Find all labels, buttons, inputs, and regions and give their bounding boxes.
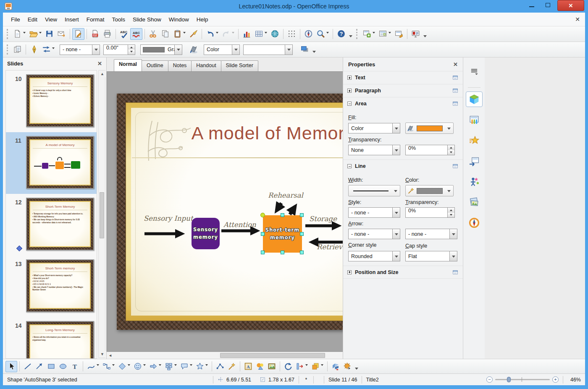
dialog-launcher-icon[interactable] <box>452 75 459 81</box>
menu-insert[interactable]: Insert <box>61 14 83 25</box>
edit-file-button[interactable] <box>72 28 84 40</box>
line-color-select[interactable]: Gray 6 <box>140 44 182 55</box>
basic-shapes-tool[interactable] <box>116 361 132 372</box>
arrow-end-select[interactable]: - none - <box>405 229 457 239</box>
toolbar-overflow-icon[interactable] <box>423 35 427 39</box>
table-button[interactable] <box>253 28 269 40</box>
slide-thumbnail-row[interactable]: 10 Sensory Memory • A literal copy is ke… <box>6 70 97 132</box>
paste-button[interactable] <box>171 28 187 40</box>
open-button[interactable] <box>27 28 43 40</box>
dialog-launcher-icon[interactable] <box>452 163 459 169</box>
menu-help[interactable]: Help <box>193 14 212 25</box>
transparency-stepper[interactable]: 0% <box>405 145 455 155</box>
pen-style-button[interactable] <box>28 44 40 55</box>
toolbar-grip[interactable] <box>356 29 358 39</box>
spin-down-icon[interactable] <box>128 50 135 55</box>
scrollbar-thumb[interactable] <box>220 353 325 358</box>
collapse-icon[interactable] <box>347 164 352 168</box>
slide-layout-button[interactable] <box>377 28 393 40</box>
text-tool[interactable] <box>69 361 81 372</box>
redo-button[interactable] <box>220 28 236 40</box>
print-button[interactable] <box>101 28 113 40</box>
expand-icon[interactable] <box>347 76 352 80</box>
hyperlink-button[interactable] <box>269 28 281 40</box>
slide-thumbnail-row[interactable]: 14 Long-Term Memory • Stores all the inf… <box>6 317 97 359</box>
spin-up-icon[interactable] <box>448 208 454 213</box>
line-transparency-stepper[interactable]: 0% <box>405 207 455 218</box>
minimize-button[interactable] <box>524 0 540 10</box>
line-style-select[interactable]: - none - <box>60 44 100 55</box>
new-slide-button[interactable] <box>361 28 377 40</box>
line-tool[interactable] <box>22 361 34 372</box>
toolbar-overflow-icon[interactable] <box>355 368 358 371</box>
stars-tool[interactable] <box>194 361 210 372</box>
sidebar-tab-animation[interactable] <box>466 174 483 189</box>
curve-tool[interactable] <box>85 361 101 372</box>
sidebar-tab-gallery[interactable] <box>466 194 483 210</box>
slides-panel-scrollbar[interactable]: ▲ ▼ <box>98 70 105 358</box>
fill-color-button[interactable] <box>405 123 454 134</box>
zoom-slider[interactable] <box>495 379 550 380</box>
spin-up-icon[interactable] <box>128 45 135 50</box>
extrusion-button[interactable] <box>330 361 341 372</box>
from-file-button[interactable] <box>266 361 278 372</box>
sidebar-menu-icon[interactable] <box>466 63 483 79</box>
scrollbar-thumb[interactable] <box>100 192 104 238</box>
combo-arrow-icon[interactable] <box>392 251 400 261</box>
shadow-button[interactable] <box>299 44 311 55</box>
slide-thumbnail-row[interactable]: 12 Short-Term Memory • Temporary storage… <box>6 194 97 256</box>
sidebar-tab-slide-transition[interactable] <box>466 153 483 169</box>
corner-style-select[interactable]: Rounded <box>348 251 400 261</box>
sidebar-tab-master-pages[interactable] <box>466 112 483 128</box>
menu-slide-show[interactable]: Slide Show <box>129 14 165 25</box>
save-button[interactable] <box>43 28 55 40</box>
autospellcheck-button[interactable] <box>130 28 142 40</box>
flowchart-tool[interactable] <box>163 361 178 372</box>
section-area[interactable]: Area <box>343 97 463 110</box>
export-pdf-button[interactable] <box>89 28 101 40</box>
ellipse-tool[interactable] <box>57 361 69 372</box>
line-width-button[interactable] <box>348 185 400 196</box>
slide-design-button[interactable] <box>393 28 405 40</box>
collapse-icon[interactable] <box>347 102 352 106</box>
rectangle-tool[interactable] <box>45 361 57 372</box>
combo-arrow-icon[interactable] <box>392 145 400 155</box>
arrange-button[interactable] <box>310 361 325 372</box>
spin-down-icon[interactable] <box>448 213 454 218</box>
menu-tools[interactable]: Tools <box>108 14 129 25</box>
arrow-start-select[interactable]: - none - <box>348 229 400 239</box>
sidebar-tab-properties[interactable] <box>466 91 483 107</box>
callouts-tool[interactable] <box>178 361 194 372</box>
menu-edit[interactable]: Edit <box>24 14 41 25</box>
slide-thumbnail-row[interactable]: 13 Short-Term memory • What's your Short… <box>6 256 97 317</box>
format-paintbrush-button[interactable] <box>187 28 200 40</box>
zoom-percent[interactable]: 46% <box>567 377 585 383</box>
chart-button[interactable] <box>241 28 253 40</box>
combo-arrow-icon[interactable] <box>449 251 457 261</box>
expand-icon[interactable] <box>347 270 352 274</box>
toolbar-grip[interactable] <box>7 29 8 39</box>
scroll-down-icon[interactable]: ▼ <box>99 351 106 358</box>
combo-arrow-icon[interactable] <box>174 45 182 55</box>
symbol-shapes-tool[interactable] <box>132 361 147 372</box>
close-button[interactable]: ✕ <box>557 0 584 11</box>
select-tool[interactable] <box>5 361 17 372</box>
new-button[interactable] <box>11 28 27 40</box>
tab-handout[interactable]: Handout <box>191 60 221 71</box>
styles-button[interactable] <box>11 44 24 55</box>
slide-template[interactable]: Title2 <box>362 374 383 385</box>
shapes-group-button[interactable] <box>254 361 266 372</box>
spin-down-icon[interactable] <box>448 150 454 155</box>
glue-points-button[interactable] <box>226 361 238 372</box>
spellcheck-button[interactable] <box>118 28 130 40</box>
zoom-in-icon[interactable]: + <box>552 376 559 383</box>
zoom-out-icon[interactable]: − <box>486 376 493 383</box>
menu-file[interactable]: File <box>7 14 24 25</box>
connector-tool[interactable] <box>101 361 116 372</box>
dialog-launcher-icon[interactable] <box>452 101 459 107</box>
line-width-stepper[interactable]: 0.00" <box>103 44 135 55</box>
edit-points-button[interactable] <box>214 361 226 372</box>
dropdown-arrow[interactable] <box>447 190 451 194</box>
email-button[interactable] <box>55 28 68 40</box>
combo-arrow-icon[interactable] <box>392 208 400 217</box>
